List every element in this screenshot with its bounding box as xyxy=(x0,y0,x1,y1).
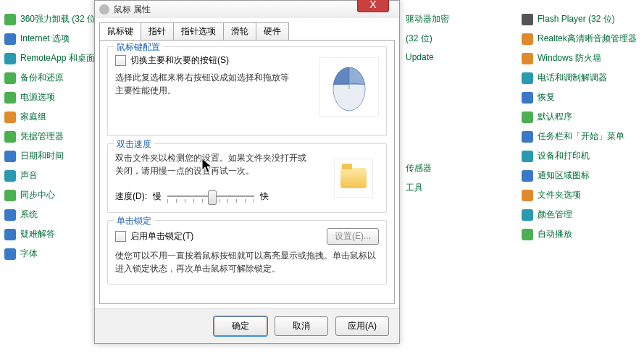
globe-icon xyxy=(4,33,16,45)
backup-icon xyxy=(4,72,16,84)
tab-hardware[interactable]: 硬件 xyxy=(256,22,289,40)
homegroup-icon xyxy=(4,111,16,123)
click-lock-checkbox[interactable] xyxy=(115,231,126,242)
cp-item[interactable]: 传感器 xyxy=(406,162,449,174)
realtek-icon xyxy=(522,33,533,45)
cp-item[interactable]: Internet 选项 xyxy=(4,33,96,45)
tab-label: 指针选项 xyxy=(181,26,216,36)
cp-column-right: Flash Player (32 位) Realtek高清晰音频管理器 Wind… xyxy=(522,13,637,240)
dialog-titlebar[interactable]: 鼠标 属性 X xyxy=(95,1,399,18)
tab-panel-buttons: 鼠标键配置 切换主要和次要的按钮(S) 选择此复选框来将右按钮设成如选择和拖放等… xyxy=(99,40,395,304)
cp-item-label: Update xyxy=(406,52,434,62)
tab-wheel[interactable]: 滑轮 xyxy=(223,22,256,40)
cp-item[interactable]: 颜色管理 xyxy=(522,209,637,221)
dialog-button-bar: 确定 取消 应用(A) xyxy=(95,308,399,343)
cp-column-left: 360强力卸载 (32 位 Internet 选项 RemoteApp 和桌面 … xyxy=(4,13,96,260)
cp-item[interactable]: 电源选项 xyxy=(4,91,96,104)
button-label: 取消 xyxy=(293,321,310,331)
autoplay-icon xyxy=(522,229,533,240)
cp-item-label: 疑难解答 xyxy=(20,228,55,240)
cp-item[interactable]: (32 位) xyxy=(406,33,449,45)
cp-item[interactable]: 文件夹选项 xyxy=(522,189,637,201)
group-button-config: 鼠标键配置 切换主要和次要的按钮(S) 选择此复选框来将右按钮设成如选择和拖放等… xyxy=(107,46,387,136)
apply-button[interactable]: 应用(A) xyxy=(335,316,389,336)
mouse-illustration-icon xyxy=(327,62,371,112)
power-icon xyxy=(4,92,16,104)
cp-item-label: 凭据管理器 xyxy=(20,130,64,143)
cp-item[interactable]: 工具 xyxy=(406,182,449,194)
click-lock-label: 启用单击锁定(T) xyxy=(130,230,193,243)
cp-item[interactable]: 凭据管理器 xyxy=(4,130,96,143)
cp-item[interactable]: Realtek高清晰音频管理器 xyxy=(522,33,637,45)
cp-item[interactable]: 自动播放 xyxy=(522,228,637,240)
cp-item[interactable]: 通知区域图标 xyxy=(522,169,637,182)
swap-buttons-checkbox[interactable] xyxy=(115,55,126,66)
dialog-title: 鼠标 属性 xyxy=(114,4,151,16)
cp-item-label: 驱动器加密 xyxy=(406,13,449,25)
cp-item[interactable]: 字体 xyxy=(4,248,96,260)
tab-pointers[interactable]: 指针 xyxy=(141,22,174,40)
cp-item-label: 设备和打印机 xyxy=(538,150,590,162)
cp-item[interactable]: 日期和时间 xyxy=(4,150,96,162)
recovery-icon xyxy=(522,92,533,104)
tab-pointer-options[interactable]: 指针选项 xyxy=(173,22,224,40)
cp-item-label: 家庭组 xyxy=(20,111,46,123)
cp-item[interactable]: Flash Player (32 位) xyxy=(522,13,637,25)
cp-item-label: 通知区域图标 xyxy=(538,169,590,182)
cp-item[interactable]: 同步中心 xyxy=(4,189,96,201)
click-lock-desc: 使您可以不用一直按着鼠标按钮就可以高亮显示或拖拽。单击鼠标以进入锁定状态，再次单… xyxy=(115,249,379,275)
cp-item[interactable]: 声音 xyxy=(4,169,96,182)
cp-item[interactable]: 恢复 xyxy=(522,91,637,104)
cp-item[interactable]: 任务栏和「开始」菜单 xyxy=(522,130,637,143)
cancel-button[interactable]: 取消 xyxy=(275,316,328,336)
cp-item[interactable]: RemoteApp 和桌面 xyxy=(4,52,96,64)
button-label: 确定 xyxy=(232,321,249,331)
slider-thumb[interactable] xyxy=(208,190,217,205)
click-lock-settings-button[interactable]: 设置(E)... xyxy=(327,228,379,245)
group-legend: 单击锁定 xyxy=(114,215,154,227)
close-button[interactable]: X xyxy=(357,0,389,12)
notification-area-icon xyxy=(522,170,533,182)
tab-label: 鼠标键 xyxy=(107,26,133,36)
button-label: 设置(E)... xyxy=(335,231,371,241)
cp-item-label: 声音 xyxy=(20,169,38,182)
cp-item[interactable]: 360强力卸载 (32 位 xyxy=(4,13,96,25)
cp-item-label: Flash Player (32 位) xyxy=(538,13,615,25)
cp-item[interactable]: Windows 防火墙 xyxy=(522,52,637,64)
cp-item[interactable]: 电话和调制解调器 xyxy=(522,72,637,84)
cp-item-label: 文件夹选项 xyxy=(538,189,581,201)
cp-item[interactable]: 系统 xyxy=(4,209,96,221)
group-legend: 鼠标键配置 xyxy=(114,41,163,54)
mouse-properties-dialog: 鼠标 属性 X 鼠标键 指针 指针选项 滑轮 硬件 鼠标键配置 切换主要和次要的… xyxy=(94,0,400,344)
cp-item-label: (32 位) xyxy=(406,33,432,45)
cp-item[interactable]: Update xyxy=(406,52,449,62)
tab-label: 滑轮 xyxy=(231,26,248,36)
ok-button[interactable]: 确定 xyxy=(214,316,267,336)
cp-item[interactable]: 备份和还原 xyxy=(4,72,96,84)
tab-buttons[interactable]: 鼠标键 xyxy=(99,22,141,40)
folder-icon xyxy=(340,168,367,188)
speed-label: 速度(D): xyxy=(115,190,147,203)
swap-buttons-desc: 选择此复选框来将右按钮设成如选择和拖放等主要性能使用。 xyxy=(115,71,289,97)
double-click-speed-slider[interactable] xyxy=(167,189,254,203)
cp-item[interactable]: 驱动器加密 xyxy=(406,13,449,25)
double-click-desc: 双击文件夹以检测您的设置。如果文件夹没打开或关闭，请用慢一点的设置再试一次。 xyxy=(115,151,311,177)
sync-icon xyxy=(4,190,16,201)
cp-item-label: 传感器 xyxy=(406,162,432,174)
tab-label: 硬件 xyxy=(264,26,281,36)
cp-item[interactable]: 疑难解答 xyxy=(4,228,96,240)
cp-item[interactable]: 默认程序 xyxy=(522,111,637,123)
double-click-test-folder[interactable] xyxy=(334,159,373,198)
cp-item-label: 日期和时间 xyxy=(20,150,64,162)
cp-item[interactable]: 设备和打印机 xyxy=(522,150,637,162)
folder-options-icon xyxy=(522,190,533,201)
close-icon: X xyxy=(369,0,376,10)
cp-item[interactable]: 家庭组 xyxy=(4,111,96,123)
cp-item-label: 360强力卸载 (32 位 xyxy=(20,13,96,25)
cp-item-label: 自动播放 xyxy=(538,228,572,240)
group-double-click: 双击速度 双击文件夹以检测您的设置。如果文件夹没打开或关闭，请用慢一点的设置再试… xyxy=(107,143,387,213)
cp-item-label: 系统 xyxy=(20,209,38,221)
mouse-preview-image xyxy=(319,57,379,117)
cp-item-label: Internet 选项 xyxy=(20,33,70,45)
group-legend: 双击速度 xyxy=(114,138,154,151)
